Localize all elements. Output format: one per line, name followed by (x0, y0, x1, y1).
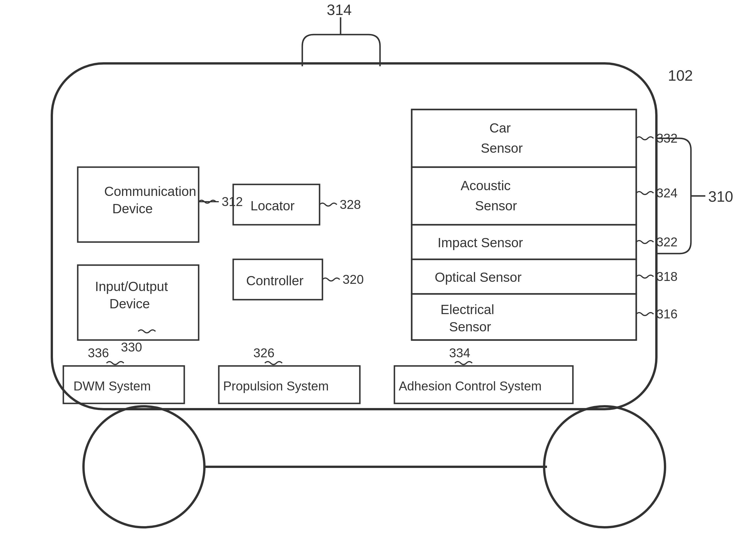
wavy-332 (636, 137, 654, 140)
wavy-328 (320, 203, 337, 206)
brace-top (302, 35, 380, 66)
communication-device-label-line1: Communication (104, 184, 196, 199)
electrical-sensor-label-line2: Sensor (449, 319, 491, 334)
impact-sensor-label: Impact Sensor (438, 235, 523, 250)
controller-label: Controller (246, 273, 303, 288)
optical-sensor-label: Optical Sensor (435, 270, 522, 285)
label-316: 316 (656, 307, 677, 321)
left-wheel (83, 406, 204, 527)
acoustic-sensor-box (412, 167, 636, 225)
right-wheel (544, 406, 665, 527)
acoustic-sensor-label-line1: Acoustic (461, 178, 511, 193)
io-device-label-line2: Device (109, 296, 150, 311)
label-102: 102 (668, 67, 693, 84)
label-326: 326 (253, 346, 274, 360)
car-sensor-label-line2: Sensor (481, 141, 523, 156)
diagram-container: 102 314 310 Communication Device 312 Inp… (0, 0, 756, 542)
label-314: 314 (327, 1, 352, 18)
wavy-334 (455, 362, 472, 365)
car-sensor-box (412, 109, 636, 167)
wavy-318 (636, 275, 654, 278)
io-device-label-line1: Input/Output (95, 279, 168, 294)
wavy-324 (636, 191, 654, 194)
wavy-330 (138, 330, 155, 333)
wavy-326 (265, 362, 282, 365)
wavy-322 (636, 240, 654, 243)
vehicle-body (52, 63, 656, 409)
communication-device-label-line2: Device (112, 201, 153, 216)
wavy-320 (322, 278, 340, 281)
locator-label: Locator (250, 198, 295, 213)
dwm-system-label: DWM System (73, 379, 151, 393)
label-320: 320 (343, 272, 364, 287)
acoustic-sensor-label-line2: Sensor (475, 198, 517, 213)
propulsion-system-label: Propulsion System (223, 379, 329, 393)
label-312: 312 (222, 194, 243, 208)
label-324: 324 (656, 186, 677, 200)
label-328: 328 (340, 197, 361, 211)
label-336: 336 (88, 346, 109, 360)
electrical-sensor-label-line1: Electrical (440, 302, 494, 317)
label-334: 334 (449, 346, 470, 360)
car-sensor-label-line1: Car (489, 120, 511, 135)
label-310: 310 (708, 188, 733, 205)
electrical-sensor-box (412, 294, 636, 340)
label-318: 318 (656, 269, 677, 284)
label-332: 332 (656, 131, 677, 145)
wavy-336 (107, 362, 124, 365)
adhesion-control-label: Adhesion Control System (399, 379, 542, 393)
label-330: 330 (121, 340, 142, 354)
wavy-316 (636, 313, 654, 316)
label-322: 322 (656, 235, 677, 249)
